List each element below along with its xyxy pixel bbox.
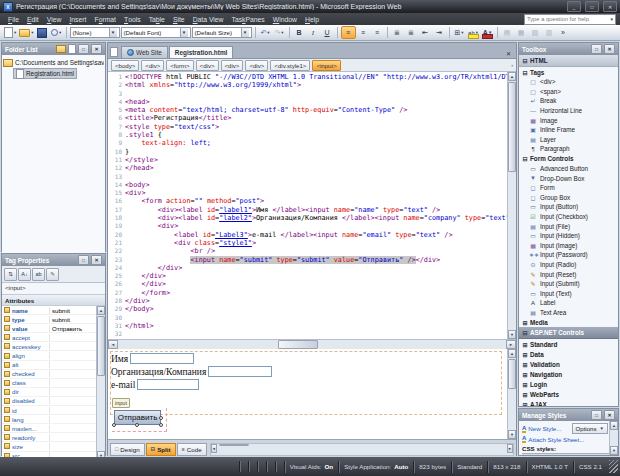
align-left-icon[interactable]: ≡ xyxy=(341,26,356,39)
panel-maximize-icon[interactable]: □ xyxy=(78,255,89,265)
font-dropdown[interactable]: (Default Font)▼ xyxy=(121,27,191,38)
panel-close-icon[interactable]: ✕ xyxy=(91,255,102,265)
attributes-section-header[interactable]: Attributes xyxy=(2,294,105,306)
selection-handle[interactable] xyxy=(159,416,163,420)
numbered-list-icon[interactable]: ≣ xyxy=(391,27,404,39)
attribute-row-align[interactable]: align xyxy=(2,351,96,360)
underline-icon[interactable]: U xyxy=(321,27,334,39)
toolbox-item-horizontal-line[interactable]: —Horizontal Line xyxy=(519,106,618,116)
style-application-toggle[interactable]: Style Application:Auto xyxy=(338,461,413,473)
design-text-input[interactable] xyxy=(130,353,194,364)
categorized-sort-icon[interactable]: ⇅ xyxy=(4,268,17,281)
attribute-row-accept[interactable]: accept xyxy=(2,333,96,342)
attribute-value[interactable]: submit xyxy=(50,307,96,314)
toolbox-group-tags[interactable]: ⊟Tags xyxy=(519,67,618,77)
open-folder-icon[interactable]: ▾ xyxy=(18,27,34,39)
toolbox-item-group-box[interactable]: ◻Group Box xyxy=(519,193,618,203)
chevron-right-icon[interactable]: › xyxy=(511,62,513,68)
toolbox-item-input-file[interactable]: ▤Input (File) xyxy=(519,221,618,231)
visual-aids-toggle[interactable]: Visual Aids:On xyxy=(284,461,338,473)
menu-item-site[interactable]: Site xyxy=(169,13,189,25)
scroll-right-icon[interactable]: ► xyxy=(507,444,513,453)
align-center-icon[interactable]: ≡ xyxy=(357,27,370,39)
attribute-row-name[interactable]: namesubmit xyxy=(2,306,96,315)
quick-tag-div[interactable]: <div> xyxy=(196,60,219,71)
quick-tag-body[interactable]: <body> xyxy=(111,60,139,71)
tab-registration-html[interactable]: Registration.html xyxy=(169,46,234,58)
close-button[interactable]: ✕ xyxy=(603,1,617,12)
scroll-down-icon[interactable]: ▼ xyxy=(610,446,618,455)
help-search-input[interactable]: Type a question for help ▾ xyxy=(524,14,616,25)
quick-tag-input[interactable]: <input> xyxy=(312,60,340,71)
scroll-down-icon[interactable]: ▼ xyxy=(508,330,516,339)
style-dropdown[interactable]: (None)▼ xyxy=(70,27,120,38)
selection-handle[interactable] xyxy=(135,423,139,427)
design-text-input[interactable] xyxy=(208,366,272,377)
resize-grip[interactable] xyxy=(609,460,618,473)
panel-maximize-icon[interactable]: □ xyxy=(591,44,602,54)
code-scrollbar[interactable]: ▲ ▼ xyxy=(507,72,516,339)
toolbox-group-form-controls[interactable]: ⊟Form Controls xyxy=(519,154,618,164)
tag-properties-scrollbar[interactable]: ▲ ▼ xyxy=(96,306,105,460)
attribute-row-value[interactable]: valueОтправить xyxy=(2,324,96,333)
toolbox-item-layer[interactable]: ▤Layer xyxy=(519,135,618,145)
design-text-input[interactable] xyxy=(137,379,199,390)
toolbox-group-navigation[interactable]: ⊞Navigation xyxy=(519,369,618,379)
menu-item-edit[interactable]: Edit xyxy=(23,13,43,25)
font-color-icon[interactable]: A▾ xyxy=(481,27,494,39)
increase-indent-icon[interactable]: ⇥ xyxy=(433,27,446,39)
scroll-up-icon[interactable]: ▲ xyxy=(610,421,618,430)
attribute-row-maxlen[interactable]: maxlen... xyxy=(2,424,96,433)
toolbox-item-input-reset[interactable]: ✎Input (Reset) xyxy=(519,269,618,279)
toolbox-group-validation[interactable]: ⊞Validation xyxy=(519,359,618,369)
toolbox-item-div[interactable]: ▢<div> xyxy=(519,77,618,87)
design-horizontal-scrollbar[interactable]: ◄ ► xyxy=(210,443,514,456)
panel-maximize-icon[interactable]: □ xyxy=(78,44,89,54)
doctype-indicator[interactable]: XHTML 1.0 T xyxy=(526,461,573,473)
toolbox-item-paragraph[interactable]: ¶Paragraph xyxy=(519,144,618,154)
toolbox-item-span[interactable]: ▢<span> xyxy=(519,87,618,97)
attribute-row-checked[interactable]: checked xyxy=(2,370,96,379)
decrease-indent-icon[interactable]: ⇤ xyxy=(419,27,432,39)
new-document-icon[interactable]: ▾ xyxy=(3,27,17,39)
quick-tag-div[interactable]: <div> xyxy=(245,60,268,71)
menu-item-window[interactable]: Window xyxy=(269,13,301,25)
attribute-value[interactable]: Отправить xyxy=(50,325,96,332)
close-tab-icon[interactable]: ✕ xyxy=(506,50,514,58)
toolbox-item-image[interactable]: ▦Image xyxy=(519,115,618,125)
tag-edit-icon[interactable]: ✎ xyxy=(46,268,59,281)
menu-item-help[interactable]: Help xyxy=(301,13,323,25)
scroll-up-icon[interactable]: ▲ xyxy=(508,72,516,81)
attribute-row-dir[interactable]: dir xyxy=(2,388,96,397)
attribute-row-type[interactable]: typesubmit xyxy=(2,315,96,324)
menu-item-file[interactable]: File xyxy=(4,13,23,25)
toolbox-item-input-radio[interactable]: ⊙Input (Radio) xyxy=(519,260,618,270)
toolbox-item-drop-down-box[interactable]: ▼Drop-Down Box xyxy=(519,173,618,183)
toolbox-item-inline-frame[interactable]: ▣Inline Frame xyxy=(519,125,618,135)
toolbox-item-input-text[interactable]: ▭Input (Text) xyxy=(519,288,618,298)
view-button-code[interactable]: ≡Code xyxy=(177,443,207,456)
scroll-up-icon[interactable]: ▲ xyxy=(508,349,516,358)
design-view[interactable]: ИмяОрганизация/Компанияe-mailinputОтправ… xyxy=(108,349,516,439)
menu-item-format[interactable]: Format xyxy=(90,13,120,25)
show-set-properties-icon[interactable]: ab xyxy=(32,268,45,281)
toolbox-section-asp-net-controls[interactable]: ⊟ASP.NET Controls xyxy=(519,327,618,339)
selection-handle[interactable] xyxy=(112,423,116,427)
quick-tag-div-style1[interactable]: <div.style1> xyxy=(270,60,310,71)
scroll-down-icon[interactable]: ▼ xyxy=(508,430,516,439)
tab-web-site[interactable]: Web Site xyxy=(121,46,168,58)
toolbox-item-input-button[interactable]: ▭Input (Button) xyxy=(519,202,618,212)
view-button-design[interactable]: □Design xyxy=(110,443,145,456)
toolbox-item-text-area[interactable]: ▤Text Area xyxy=(519,308,618,318)
quick-tag-form[interactable]: <form> xyxy=(166,60,193,71)
toolbar-options-icon[interactable]: » xyxy=(557,27,570,39)
highlight-icon[interactable]: ab▾ xyxy=(467,27,480,39)
toolbox-group-webparts[interactable]: ⊞WebParts xyxy=(519,389,618,399)
toolbox-item-input-hidden[interactable]: ▭Input (Hidden) xyxy=(519,231,618,241)
view-button-split[interactable]: ⊟Split xyxy=(146,443,176,456)
toolbox-item-input-checkbox[interactable]: ☑Input (Checkbox) xyxy=(519,212,618,222)
scroll-right-icon[interactable]: ► xyxy=(506,340,516,349)
menu-item-tools[interactable]: Tools xyxy=(120,13,145,25)
folder-root-item[interactable]: C:\Documents and Settings\sav\Мои xyxy=(3,57,104,68)
toolbox-item-break[interactable]: ↵Break xyxy=(519,96,618,106)
